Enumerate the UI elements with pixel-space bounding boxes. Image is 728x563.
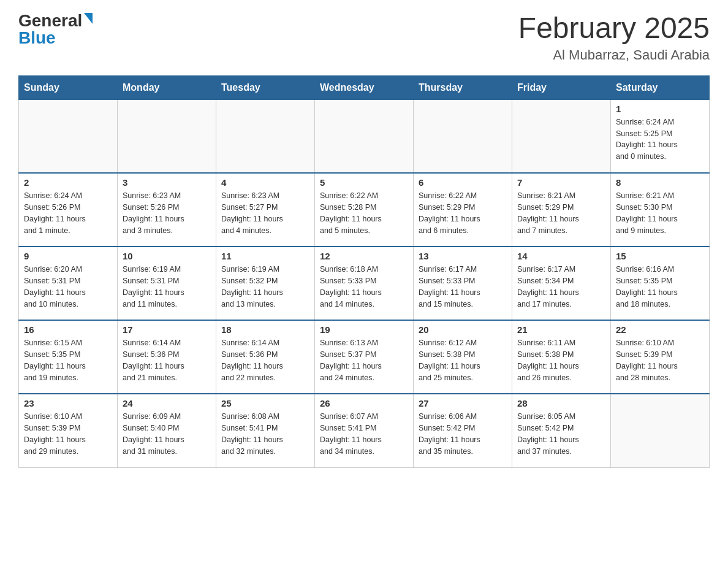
logo-general-text: General	[18, 12, 82, 29]
calendar-cell: 28Sunrise: 6:05 AM Sunset: 5:42 PM Dayli…	[512, 394, 611, 467]
calendar-cell: 11Sunrise: 6:19 AM Sunset: 5:32 PM Dayli…	[216, 247, 315, 320]
page-header: General Blue February 2025 Al Mubarraz, …	[18, 12, 710, 63]
calendar-table: SundayMondayTuesdayWednesdayThursdayFrid…	[18, 75, 710, 468]
day-info: Sunrise: 6:12 AM Sunset: 5:38 PM Dayligh…	[419, 337, 507, 383]
calendar-cell: 13Sunrise: 6:17 AM Sunset: 5:33 PM Dayli…	[414, 247, 512, 320]
logo-arrow-icon	[84, 13, 93, 24]
day-info: Sunrise: 6:08 AM Sunset: 5:41 PM Dayligh…	[221, 411, 309, 457]
calendar-cell: 18Sunrise: 6:14 AM Sunset: 5:36 PM Dayli…	[216, 320, 315, 394]
day-info: Sunrise: 6:10 AM Sunset: 5:39 PM Dayligh…	[24, 411, 112, 457]
day-number: 19	[320, 324, 408, 335]
column-header-thursday: Thursday	[414, 75, 512, 99]
calendar-week-row: 16Sunrise: 6:15 AM Sunset: 5:35 PM Dayli…	[19, 320, 710, 394]
calendar-cell: 19Sunrise: 6:13 AM Sunset: 5:37 PM Dayli…	[315, 320, 414, 394]
day-number: 12	[320, 251, 408, 261]
calendar-cell: 8Sunrise: 6:21 AM Sunset: 5:30 PM Daylig…	[611, 173, 710, 247]
day-number: 6	[419, 177, 507, 188]
calendar-cell: 6Sunrise: 6:22 AM Sunset: 5:29 PM Daylig…	[414, 173, 512, 247]
day-info: Sunrise: 6:19 AM Sunset: 5:31 PM Dayligh…	[123, 264, 211, 310]
logo-blue-text: Blue	[18, 29, 56, 47]
calendar-cell: 10Sunrise: 6:19 AM Sunset: 5:31 PM Dayli…	[118, 247, 216, 320]
calendar-cell: 24Sunrise: 6:09 AM Sunset: 5:40 PM Dayli…	[118, 394, 216, 467]
day-number: 22	[616, 324, 704, 335]
calendar-cell	[19, 99, 118, 173]
day-info: Sunrise: 6:16 AM Sunset: 5:35 PM Dayligh…	[616, 264, 704, 310]
column-header-monday: Monday	[118, 75, 216, 99]
calendar-cell: 21Sunrise: 6:11 AM Sunset: 5:38 PM Dayli…	[512, 320, 611, 394]
location-text: Al Mubarraz, Saudi Arabia	[518, 47, 710, 63]
calendar-cell	[216, 99, 315, 173]
calendar-cell	[118, 99, 216, 173]
day-number: 1	[616, 104, 704, 114]
day-info: Sunrise: 6:14 AM Sunset: 5:36 PM Dayligh…	[123, 337, 211, 383]
day-info: Sunrise: 6:13 AM Sunset: 5:37 PM Dayligh…	[320, 337, 408, 383]
day-info: Sunrise: 6:06 AM Sunset: 5:42 PM Dayligh…	[419, 411, 507, 457]
day-info: Sunrise: 6:17 AM Sunset: 5:33 PM Dayligh…	[419, 264, 507, 310]
day-number: 2	[24, 177, 112, 188]
column-header-sunday: Sunday	[19, 75, 118, 99]
day-info: Sunrise: 6:21 AM Sunset: 5:30 PM Dayligh…	[616, 190, 704, 236]
day-info: Sunrise: 6:10 AM Sunset: 5:39 PM Dayligh…	[616, 337, 704, 383]
calendar-cell: 23Sunrise: 6:10 AM Sunset: 5:39 PM Dayli…	[19, 394, 118, 467]
day-info: Sunrise: 6:14 AM Sunset: 5:36 PM Dayligh…	[221, 337, 309, 383]
column-header-wednesday: Wednesday	[315, 75, 414, 99]
calendar-cell: 9Sunrise: 6:20 AM Sunset: 5:31 PM Daylig…	[19, 247, 118, 320]
calendar-week-row: 9Sunrise: 6:20 AM Sunset: 5:31 PM Daylig…	[19, 247, 710, 320]
calendar-cell	[512, 99, 611, 173]
day-number: 28	[517, 398, 605, 408]
calendar-week-row: 2Sunrise: 6:24 AM Sunset: 5:26 PM Daylig…	[19, 173, 710, 247]
calendar-cell: 7Sunrise: 6:21 AM Sunset: 5:29 PM Daylig…	[512, 173, 611, 247]
day-number: 17	[123, 324, 211, 335]
day-number: 20	[419, 324, 507, 335]
calendar-cell: 1Sunrise: 6:24 AM Sunset: 5:25 PM Daylig…	[611, 99, 710, 173]
calendar-cell: 20Sunrise: 6:12 AM Sunset: 5:38 PM Dayli…	[414, 320, 512, 394]
day-number: 21	[517, 324, 605, 335]
day-info: Sunrise: 6:22 AM Sunset: 5:29 PM Dayligh…	[419, 190, 507, 236]
day-number: 4	[221, 177, 309, 188]
calendar-cell: 3Sunrise: 6:23 AM Sunset: 5:26 PM Daylig…	[118, 173, 216, 247]
calendar-cell: 27Sunrise: 6:06 AM Sunset: 5:42 PM Dayli…	[414, 394, 512, 467]
day-number: 23	[24, 398, 112, 408]
day-number: 7	[517, 177, 605, 188]
day-number: 18	[221, 324, 309, 335]
day-number: 5	[320, 177, 408, 188]
day-info: Sunrise: 6:17 AM Sunset: 5:34 PM Dayligh…	[517, 264, 605, 310]
calendar-cell: 15Sunrise: 6:16 AM Sunset: 5:35 PM Dayli…	[611, 247, 710, 320]
title-block: February 2025 Al Mubarraz, Saudi Arabia	[518, 12, 710, 63]
calendar-cell: 16Sunrise: 6:15 AM Sunset: 5:35 PM Dayli…	[19, 320, 118, 394]
day-number: 13	[419, 251, 507, 261]
calendar-cell: 4Sunrise: 6:23 AM Sunset: 5:27 PM Daylig…	[216, 173, 315, 247]
day-number: 14	[517, 251, 605, 261]
day-number: 3	[123, 177, 211, 188]
day-info: Sunrise: 6:09 AM Sunset: 5:40 PM Dayligh…	[123, 411, 211, 457]
day-number: 25	[221, 398, 309, 408]
day-info: Sunrise: 6:22 AM Sunset: 5:28 PM Dayligh…	[320, 190, 408, 236]
day-number: 9	[24, 251, 112, 261]
day-number: 27	[419, 398, 507, 408]
calendar-header-row: SundayMondayTuesdayWednesdayThursdayFrid…	[19, 75, 710, 99]
calendar-cell: 22Sunrise: 6:10 AM Sunset: 5:39 PM Dayli…	[611, 320, 710, 394]
day-number: 15	[616, 251, 704, 261]
calendar-cell	[414, 99, 512, 173]
calendar-week-row: 1Sunrise: 6:24 AM Sunset: 5:25 PM Daylig…	[19, 99, 710, 173]
day-info: Sunrise: 6:07 AM Sunset: 5:41 PM Dayligh…	[320, 411, 408, 457]
calendar-cell: 5Sunrise: 6:22 AM Sunset: 5:28 PM Daylig…	[315, 173, 414, 247]
day-number: 16	[24, 324, 112, 335]
calendar-cell: 2Sunrise: 6:24 AM Sunset: 5:26 PM Daylig…	[19, 173, 118, 247]
day-info: Sunrise: 6:23 AM Sunset: 5:26 PM Dayligh…	[123, 190, 211, 236]
logo: General Blue	[18, 12, 93, 47]
calendar-cell: 25Sunrise: 6:08 AM Sunset: 5:41 PM Dayli…	[216, 394, 315, 467]
day-info: Sunrise: 6:23 AM Sunset: 5:27 PM Dayligh…	[221, 190, 309, 236]
calendar-cell: 17Sunrise: 6:14 AM Sunset: 5:36 PM Dayli…	[118, 320, 216, 394]
column-header-friday: Friday	[512, 75, 611, 99]
month-title: February 2025	[518, 12, 710, 45]
day-info: Sunrise: 6:05 AM Sunset: 5:42 PM Dayligh…	[517, 411, 605, 457]
day-number: 10	[123, 251, 211, 261]
day-number: 8	[616, 177, 704, 188]
calendar-week-row: 23Sunrise: 6:10 AM Sunset: 5:39 PM Dayli…	[19, 394, 710, 467]
column-header-saturday: Saturday	[611, 75, 710, 99]
column-header-tuesday: Tuesday	[216, 75, 315, 99]
day-info: Sunrise: 6:18 AM Sunset: 5:33 PM Dayligh…	[320, 264, 408, 310]
day-info: Sunrise: 6:24 AM Sunset: 5:26 PM Dayligh…	[24, 190, 112, 236]
day-number: 24	[123, 398, 211, 408]
